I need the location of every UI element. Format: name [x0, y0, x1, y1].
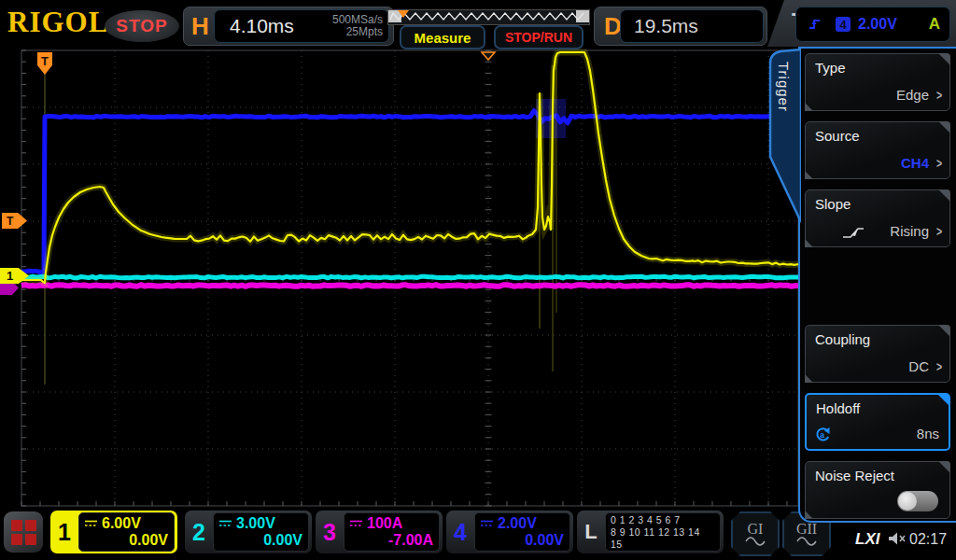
speaker-muted-icon — [888, 532, 907, 546]
corner-accent — [805, 511, 813, 519]
logic-row-2: 8 9 10 11 12 13 14 15 — [611, 526, 714, 551]
multifunction-knob-icon: a — [814, 427, 831, 442]
chevron-right-icon: > — [936, 359, 942, 374]
measure-button[interactable]: Measure — [400, 25, 485, 49]
acquisition-info: 500MSa/s 25Mpts — [332, 14, 383, 38]
toggle-knob — [898, 492, 917, 511]
grid-icon — [11, 520, 36, 545]
top-status-bar: RIGOL STOP H 4.10ms 500MSa/s 25Mpts Meas… — [0, 0, 956, 47]
svg-text:T: T — [41, 54, 49, 68]
trigger-box: 4 2.00V A — [795, 7, 950, 42]
channel-number: 4 — [446, 511, 474, 553]
delay-box: 19.5ms — [620, 9, 764, 43]
dc-coupling-icon — [349, 519, 363, 528]
channel-number: 3 — [316, 511, 344, 553]
channel-offset: 0.00V — [480, 532, 564, 549]
corner-accent — [805, 239, 813, 247]
generator1-chip[interactable]: GI — [731, 511, 780, 556]
generator-label: GII — [796, 522, 817, 537]
sine-wave-icon — [745, 537, 766, 546]
channel-scale: 100A — [367, 515, 402, 532]
stop-run-button[interactable]: STOP/RUN — [494, 25, 583, 49]
channel-offset: -7.00A — [349, 532, 433, 549]
menu-item-value: CH4 — [901, 155, 929, 171]
corner-accent — [938, 53, 950, 65]
lxi-indicator: LXI — [855, 530, 879, 549]
memory-position-bar[interactable] — [387, 9, 590, 25]
chevron-right-icon: > — [936, 88, 942, 103]
logic-row-1: 0 1 2 3 4 5 6 7 — [611, 514, 714, 526]
trigger-menu-panel: Type Edge > Source CH4 > Slope Rising > … — [798, 47, 956, 523]
trigger-level-value: 2.00V — [858, 16, 897, 33]
channel4-chip[interactable]: 4 2.00V 0.00V — [446, 511, 573, 553]
trigger-status: A — [929, 15, 940, 34]
rigol-logo: RIGOL — [7, 6, 108, 39]
horizontal-label: H — [191, 12, 209, 41]
rising-edge-icon — [808, 18, 822, 31]
chevron-right-icon: > — [936, 156, 942, 171]
menu-item-type[interactable]: Type Edge > — [805, 53, 950, 111]
channel-number: 2 — [185, 511, 213, 553]
menu-item-label: Coupling — [815, 331, 870, 347]
timebase-value: 4.10ms — [230, 15, 294, 37]
corner-accent — [937, 394, 949, 406]
channel-values: 100A -7.00A — [344, 512, 440, 552]
trigger-source-badge: 4 — [836, 17, 851, 32]
menu-item-label: Noise Reject — [815, 468, 894, 483]
trigger-settings[interactable]: T 4 2.00V A — [767, 0, 956, 47]
channel-values: 2.00V 0.00V — [474, 512, 570, 552]
oscilloscope-screen: T T 1 RIGOL STOP H 4.10ms 500MSa/s 25Mpt… — [0, 0, 956, 560]
delay-label: D — [604, 12, 622, 41]
delay-settings[interactable]: D 19.5ms — [594, 7, 767, 46]
channel2-chip[interactable]: 2 3.00V 0.00V — [185, 511, 312, 553]
menu-item-value: 8ns — [917, 426, 939, 441]
svg-text:a: a — [820, 430, 824, 440]
corner-accent — [938, 461, 950, 473]
menu-item-value: DC — [908, 358, 929, 374]
channel-scale: 6.00V — [102, 515, 141, 532]
menu-item-label: Type — [815, 60, 846, 76]
corner-accent — [805, 374, 813, 383]
menu-item-value: Rising — [890, 223, 929, 239]
generator-label: GI — [748, 522, 764, 537]
channel-offset: 0.00V — [218, 532, 302, 549]
posbar-waveform-icon — [388, 10, 587, 22]
channel1-chip[interactable]: 1 6.00V 0.00V — [50, 511, 177, 553]
horizontal-settings[interactable]: H 4.10ms 500MSa/s 25Mpts — [183, 7, 394, 46]
trigger-menu-tab[interactable]: Trigger — [776, 62, 792, 164]
menu-item-value: Edge — [896, 87, 929, 103]
memory-depth: 25Mpts — [346, 25, 383, 38]
corner-accent — [938, 325, 950, 337]
clock: 02:17 — [909, 531, 947, 548]
noise-reject-toggle[interactable] — [897, 491, 938, 511]
menu-item-slope[interactable]: Slope Rising > — [805, 189, 950, 247]
channel-offset: 0.00V — [84, 532, 168, 549]
dc-coupling-icon — [84, 519, 98, 528]
corner-accent — [805, 171, 813, 179]
channel-values: 6.00V 0.00V — [78, 512, 175, 552]
rising-slope-icon — [841, 225, 865, 240]
dc-coupling-icon — [218, 519, 232, 528]
corner-accent — [805, 103, 813, 111]
menu-item-coupling[interactable]: Coupling DC > — [805, 325, 950, 383]
menu-item-label: Source — [815, 128, 860, 144]
logic-channels-chip[interactable]: L 0 1 2 3 4 5 6 7 8 9 10 11 12 13 14 15 — [577, 511, 724, 553]
menu-item-holdoff[interactable]: Holdoff a 8ns — [805, 393, 950, 451]
chevron-right-icon: > — [936, 224, 942, 239]
channel-scale: 3.00V — [236, 515, 275, 532]
dc-coupling-icon — [480, 519, 494, 528]
menu-item-label: Slope — [815, 196, 851, 212]
channel-values: 3.00V 0.00V — [213, 512, 309, 552]
sine-wave-icon — [796, 537, 817, 546]
corner-accent — [938, 121, 950, 133]
run-state-badge: STOP — [105, 10, 179, 42]
menu-item-noise-reject[interactable]: Noise Reject — [805, 461, 950, 519]
menu-grid-button[interactable] — [4, 511, 43, 553]
channel3-chip[interactable]: 3 100A -7.00A — [316, 511, 443, 553]
posbar-trigger-marker — [398, 10, 409, 18]
channel-number: 1 — [50, 511, 78, 553]
menu-item-source[interactable]: Source CH4 > — [805, 121, 950, 179]
logic-channel-list: 0 1 2 3 4 5 6 7 8 9 10 11 12 13 14 15 — [605, 512, 721, 552]
sample-rate: 500MSa/s — [332, 13, 383, 26]
channel-scale: 2.00V — [498, 515, 537, 532]
